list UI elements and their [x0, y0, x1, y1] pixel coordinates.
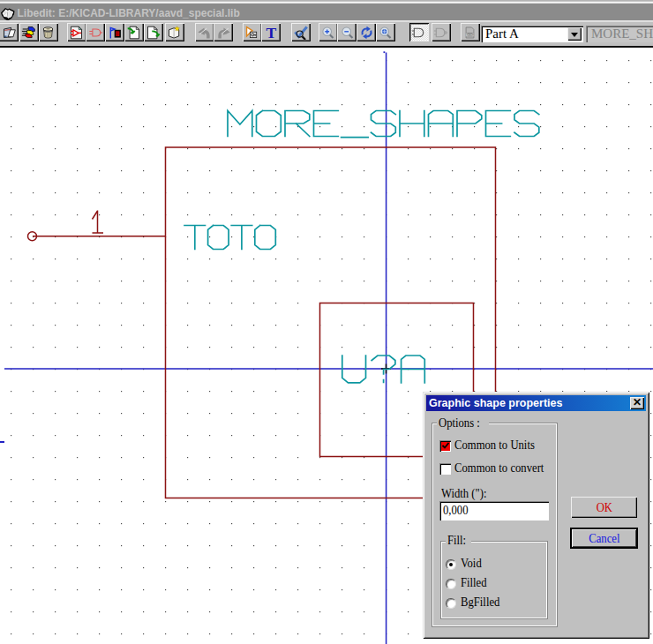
svg-text:DOC: DOC: [466, 32, 474, 36]
svg-text:T: T: [266, 26, 276, 40]
